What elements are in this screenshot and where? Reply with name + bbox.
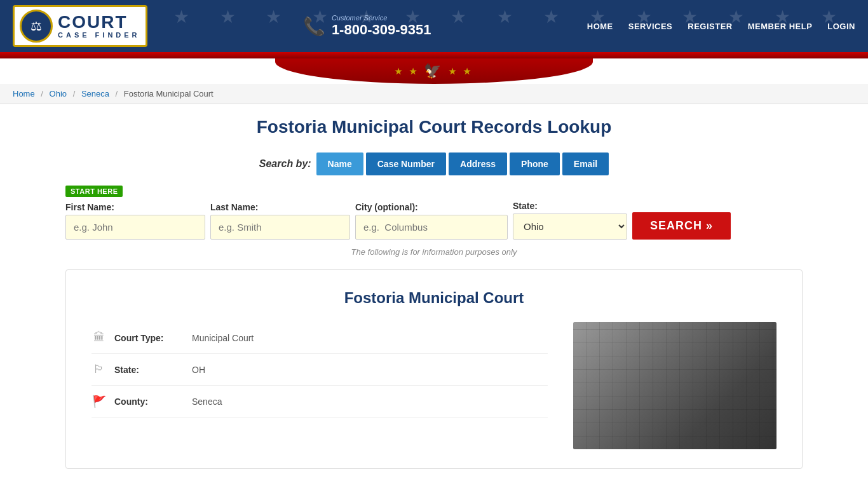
main-nav: HOME SERVICES REGISTER MEMBER HELP LOGIN (587, 22, 855, 31)
court-type-label: Court Type: (114, 333, 184, 343)
state-field: State: Ohio Alabama Alaska Arizona Calif… (513, 201, 627, 240)
county-flag-icon: 🚩 (92, 395, 107, 409)
red-ribbon-top (0, 52, 868, 58)
phone-info: Customer Service 1-800-309-9351 (332, 14, 431, 38)
page-title: Fostoria Municipal Court Records Lookup (65, 117, 803, 137)
breadcrumb-seneca[interactable]: Seneca (81, 89, 109, 98)
search-form-row: First Name: Last Name: City (optional): … (65, 201, 803, 240)
nav-home[interactable]: HOME (587, 22, 613, 31)
breadcrumb-sep-2: / (73, 89, 78, 98)
search-button[interactable]: SEARCH » (632, 212, 731, 240)
state-flag-icon: 🏳 (92, 363, 107, 376)
logo-emblem-icon: ⚖ (20, 10, 53, 43)
court-type-row: 🏛 Court Type: Municipal Court (92, 322, 548, 354)
star-right: ★ ★ (449, 67, 474, 76)
nav-services[interactable]: SERVICES (628, 22, 673, 31)
info-note: The following is for information purpose… (65, 247, 803, 257)
eagle-area: ★ ★ 🦅 ★ ★ (395, 63, 473, 79)
court-type-icon: 🏛 (92, 331, 107, 344)
last-name-input[interactable] (210, 215, 350, 240)
first-name-field: First Name: (65, 202, 205, 240)
logo-box: ⚖ COURT CASE FINDER (13, 5, 147, 47)
court-name-title: Fostoria Municipal Court (92, 289, 776, 307)
nav-member-help[interactable]: MEMBER HELP (748, 22, 813, 31)
breadcrumb-bar: Home / Ohio / Seneca / Fostoria Municipa… (0, 84, 868, 104)
first-name-input[interactable] (65, 215, 205, 240)
search-by-label: Search by: (259, 158, 311, 170)
logo-area: ⚖ COURT CASE FINDER (13, 5, 147, 47)
breadcrumb-home[interactable]: Home (13, 89, 35, 98)
logo-text: COURT CASE FINDER (58, 13, 140, 39)
breadcrumb-sep-3: / (116, 89, 120, 98)
state-select[interactable]: Ohio Alabama Alaska Arizona California C… (513, 214, 627, 240)
court-info-box: Fostoria Municipal Court 🏛 Court Type: M… (65, 269, 803, 469)
search-form-area: START HERE First Name: Last Name: City (… (65, 186, 803, 240)
logo-court-text: COURT (58, 13, 140, 31)
last-name-field: Last Name: (210, 202, 350, 240)
last-name-label: Last Name: (210, 202, 350, 212)
phone-area: 📞 Customer Service 1-800-309-9351 (303, 14, 431, 38)
breadcrumb: Home / Ohio / Seneca / Fostoria Municipa… (13, 89, 855, 98)
search-tabs: Name Case Number Address Phone Email (316, 152, 609, 175)
court-type-value: Municipal Court (192, 333, 254, 343)
breadcrumb-sep-1: / (41, 89, 45, 98)
tab-name[interactable]: Name (316, 152, 363, 175)
state-value: OH (192, 365, 205, 375)
first-name-label: First Name: (65, 202, 205, 212)
logo-case-finder-text: CASE FINDER (58, 31, 140, 39)
tab-email[interactable]: Email (562, 152, 609, 175)
nav-register[interactable]: REGISTER (688, 22, 732, 31)
nav-login[interactable]: LOGIN (827, 22, 855, 31)
breadcrumb-ohio[interactable]: Ohio (50, 89, 67, 98)
breadcrumb-current: Fostoria Municipal Court (124, 89, 214, 98)
state-row: 🏳 State: OH (92, 354, 548, 386)
court-image-inner (573, 322, 776, 449)
eagle-icon: 🦅 (424, 63, 445, 79)
site-header: ⚖ COURT CASE FINDER 📞 Customer Service 1… (0, 0, 868, 52)
court-image (573, 322, 776, 449)
court-details: 🏛 Court Type: Municipal Court 🏳 State: O… (92, 322, 548, 449)
tab-case-number[interactable]: Case Number (366, 152, 446, 175)
start-here-badge: START HERE (65, 186, 123, 197)
star-left: ★ ★ (395, 67, 420, 76)
county-label: County: (114, 396, 184, 407)
city-input[interactable] (355, 215, 508, 240)
tab-phone[interactable]: Phone (510, 152, 560, 175)
banner-arch: ★ ★ 🦅 ★ ★ (0, 58, 868, 84)
court-info-grid: 🏛 Court Type: Municipal Court 🏳 State: O… (92, 322, 776, 449)
county-row: 🚩 County: Seneca (92, 386, 548, 418)
phone-icon: 📞 (303, 16, 325, 37)
tab-address[interactable]: Address (449, 152, 507, 175)
main-content: Fostoria Municipal Court Records Lookup … (53, 104, 815, 482)
phone-number: 1-800-309-9351 (332, 22, 431, 38)
city-label: City (optional): (355, 202, 508, 212)
city-field: City (optional): (355, 202, 508, 240)
customer-service-label: Customer Service (332, 14, 431, 22)
state-label: State: (513, 201, 627, 211)
state-label-detail: State: (114, 365, 184, 375)
search-by-row: Search by: Name Case Number Address Phon… (65, 152, 803, 175)
county-value: Seneca (192, 396, 222, 407)
